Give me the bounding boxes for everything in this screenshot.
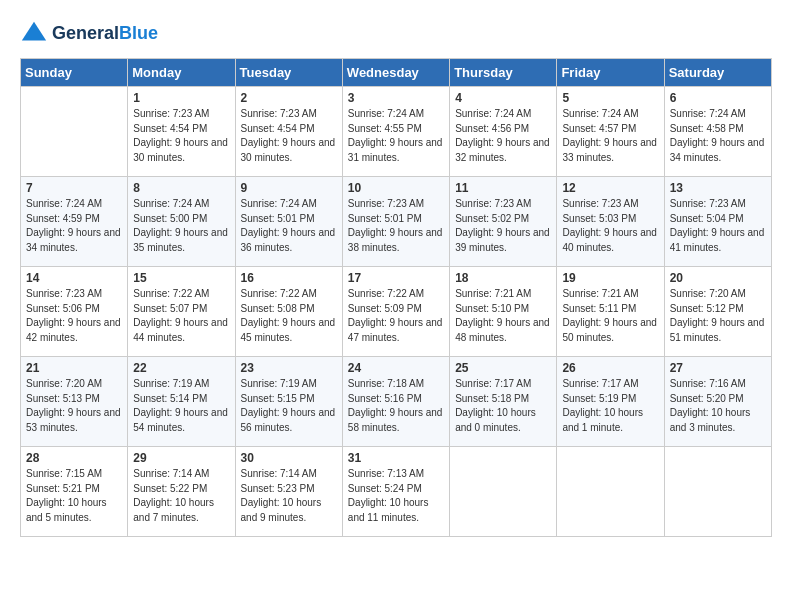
cell-info: Sunrise: 7:14 AMSunset: 5:22 PMDaylight:… xyxy=(133,467,229,525)
cell-info: Sunrise: 7:23 AMSunset: 5:03 PMDaylight:… xyxy=(562,197,658,255)
cell-info: Sunrise: 7:24 AMSunset: 4:55 PMDaylight:… xyxy=(348,107,444,165)
calendar-table: SundayMondayTuesdayWednesdayThursdayFrid… xyxy=(20,58,772,537)
cell-info: Sunrise: 7:23 AMSunset: 5:02 PMDaylight:… xyxy=(455,197,551,255)
cell-info: Sunrise: 7:19 AMSunset: 5:15 PMDaylight:… xyxy=(241,377,337,435)
calendar-cell: 6Sunrise: 7:24 AMSunset: 4:58 PMDaylight… xyxy=(664,87,771,177)
day-number: 2 xyxy=(241,91,337,105)
calendar-body: 1Sunrise: 7:23 AMSunset: 4:54 PMDaylight… xyxy=(21,87,772,537)
cell-info: Sunrise: 7:23 AMSunset: 4:54 PMDaylight:… xyxy=(241,107,337,165)
logo-icon xyxy=(20,20,48,48)
day-number: 12 xyxy=(562,181,658,195)
cell-info: Sunrise: 7:17 AMSunset: 5:19 PMDaylight:… xyxy=(562,377,658,435)
calendar-cell: 31Sunrise: 7:13 AMSunset: 5:24 PMDayligh… xyxy=(342,447,449,537)
calendar-cell: 11Sunrise: 7:23 AMSunset: 5:02 PMDayligh… xyxy=(450,177,557,267)
calendar-cell xyxy=(21,87,128,177)
day-number: 14 xyxy=(26,271,122,285)
calendar-cell: 13Sunrise: 7:23 AMSunset: 5:04 PMDayligh… xyxy=(664,177,771,267)
calendar-cell: 3Sunrise: 7:24 AMSunset: 4:55 PMDaylight… xyxy=(342,87,449,177)
day-number: 6 xyxy=(670,91,766,105)
calendar-cell: 27Sunrise: 7:16 AMSunset: 5:20 PMDayligh… xyxy=(664,357,771,447)
calendar-cell xyxy=(664,447,771,537)
day-number: 19 xyxy=(562,271,658,285)
calendar-cell: 24Sunrise: 7:18 AMSunset: 5:16 PMDayligh… xyxy=(342,357,449,447)
cell-info: Sunrise: 7:20 AMSunset: 5:12 PMDaylight:… xyxy=(670,287,766,345)
calendar-cell: 8Sunrise: 7:24 AMSunset: 5:00 PMDaylight… xyxy=(128,177,235,267)
calendar-cell: 1Sunrise: 7:23 AMSunset: 4:54 PMDaylight… xyxy=(128,87,235,177)
day-number: 27 xyxy=(670,361,766,375)
day-number: 31 xyxy=(348,451,444,465)
cell-info: Sunrise: 7:15 AMSunset: 5:21 PMDaylight:… xyxy=(26,467,122,525)
day-number: 23 xyxy=(241,361,337,375)
cell-info: Sunrise: 7:20 AMSunset: 5:13 PMDaylight:… xyxy=(26,377,122,435)
cell-info: Sunrise: 7:22 AMSunset: 5:08 PMDaylight:… xyxy=(241,287,337,345)
calendar-cell: 20Sunrise: 7:20 AMSunset: 5:12 PMDayligh… xyxy=(664,267,771,357)
cell-info: Sunrise: 7:19 AMSunset: 5:14 PMDaylight:… xyxy=(133,377,229,435)
calendar-cell: 19Sunrise: 7:21 AMSunset: 5:11 PMDayligh… xyxy=(557,267,664,357)
calendar-cell: 10Sunrise: 7:23 AMSunset: 5:01 PMDayligh… xyxy=(342,177,449,267)
calendar-cell: 25Sunrise: 7:17 AMSunset: 5:18 PMDayligh… xyxy=(450,357,557,447)
day-number: 9 xyxy=(241,181,337,195)
cell-info: Sunrise: 7:23 AMSunset: 5:01 PMDaylight:… xyxy=(348,197,444,255)
day-number: 28 xyxy=(26,451,122,465)
calendar-cell: 23Sunrise: 7:19 AMSunset: 5:15 PMDayligh… xyxy=(235,357,342,447)
calendar-cell: 14Sunrise: 7:23 AMSunset: 5:06 PMDayligh… xyxy=(21,267,128,357)
calendar-cell: 26Sunrise: 7:17 AMSunset: 5:19 PMDayligh… xyxy=(557,357,664,447)
col-header-tuesday: Tuesday xyxy=(235,59,342,87)
col-header-sunday: Sunday xyxy=(21,59,128,87)
calendar-cell xyxy=(450,447,557,537)
calendar-week-row: 1Sunrise: 7:23 AMSunset: 4:54 PMDaylight… xyxy=(21,87,772,177)
cell-info: Sunrise: 7:21 AMSunset: 5:10 PMDaylight:… xyxy=(455,287,551,345)
day-number: 13 xyxy=(670,181,766,195)
calendar-cell: 22Sunrise: 7:19 AMSunset: 5:14 PMDayligh… xyxy=(128,357,235,447)
cell-info: Sunrise: 7:22 AMSunset: 5:07 PMDaylight:… xyxy=(133,287,229,345)
calendar-cell: 18Sunrise: 7:21 AMSunset: 5:10 PMDayligh… xyxy=(450,267,557,357)
day-number: 7 xyxy=(26,181,122,195)
col-header-monday: Monday xyxy=(128,59,235,87)
col-header-wednesday: Wednesday xyxy=(342,59,449,87)
day-number: 3 xyxy=(348,91,444,105)
calendar-cell: 28Sunrise: 7:15 AMSunset: 5:21 PMDayligh… xyxy=(21,447,128,537)
day-number: 25 xyxy=(455,361,551,375)
cell-info: Sunrise: 7:13 AMSunset: 5:24 PMDaylight:… xyxy=(348,467,444,525)
calendar-cell xyxy=(557,447,664,537)
day-number: 24 xyxy=(348,361,444,375)
calendar-cell: 2Sunrise: 7:23 AMSunset: 4:54 PMDaylight… xyxy=(235,87,342,177)
calendar-cell: 16Sunrise: 7:22 AMSunset: 5:08 PMDayligh… xyxy=(235,267,342,357)
cell-info: Sunrise: 7:24 AMSunset: 4:59 PMDaylight:… xyxy=(26,197,122,255)
cell-info: Sunrise: 7:21 AMSunset: 5:11 PMDaylight:… xyxy=(562,287,658,345)
svg-marker-0 xyxy=(22,22,46,41)
day-number: 11 xyxy=(455,181,551,195)
cell-info: Sunrise: 7:16 AMSunset: 5:20 PMDaylight:… xyxy=(670,377,766,435)
calendar-header-row: SundayMondayTuesdayWednesdayThursdayFrid… xyxy=(21,59,772,87)
calendar-cell: 21Sunrise: 7:20 AMSunset: 5:13 PMDayligh… xyxy=(21,357,128,447)
col-header-thursday: Thursday xyxy=(450,59,557,87)
cell-info: Sunrise: 7:18 AMSunset: 5:16 PMDaylight:… xyxy=(348,377,444,435)
day-number: 26 xyxy=(562,361,658,375)
cell-info: Sunrise: 7:17 AMSunset: 5:18 PMDaylight:… xyxy=(455,377,551,435)
day-number: 16 xyxy=(241,271,337,285)
logo-text: GeneralBlue xyxy=(52,24,158,44)
cell-info: Sunrise: 7:24 AMSunset: 4:57 PMDaylight:… xyxy=(562,107,658,165)
cell-info: Sunrise: 7:23 AMSunset: 4:54 PMDaylight:… xyxy=(133,107,229,165)
cell-info: Sunrise: 7:14 AMSunset: 5:23 PMDaylight:… xyxy=(241,467,337,525)
day-number: 20 xyxy=(670,271,766,285)
cell-info: Sunrise: 7:24 AMSunset: 4:56 PMDaylight:… xyxy=(455,107,551,165)
calendar-cell: 7Sunrise: 7:24 AMSunset: 4:59 PMDaylight… xyxy=(21,177,128,267)
calendar-week-row: 14Sunrise: 7:23 AMSunset: 5:06 PMDayligh… xyxy=(21,267,772,357)
calendar-cell: 12Sunrise: 7:23 AMSunset: 5:03 PMDayligh… xyxy=(557,177,664,267)
cell-info: Sunrise: 7:24 AMSunset: 4:58 PMDaylight:… xyxy=(670,107,766,165)
day-number: 30 xyxy=(241,451,337,465)
col-header-saturday: Saturday xyxy=(664,59,771,87)
cell-info: Sunrise: 7:22 AMSunset: 5:09 PMDaylight:… xyxy=(348,287,444,345)
cell-info: Sunrise: 7:24 AMSunset: 5:00 PMDaylight:… xyxy=(133,197,229,255)
calendar-cell: 30Sunrise: 7:14 AMSunset: 5:23 PMDayligh… xyxy=(235,447,342,537)
day-number: 15 xyxy=(133,271,229,285)
logo: GeneralBlue xyxy=(20,20,158,48)
calendar-cell: 4Sunrise: 7:24 AMSunset: 4:56 PMDaylight… xyxy=(450,87,557,177)
cell-info: Sunrise: 7:23 AMSunset: 5:04 PMDaylight:… xyxy=(670,197,766,255)
calendar-week-row: 28Sunrise: 7:15 AMSunset: 5:21 PMDayligh… xyxy=(21,447,772,537)
day-number: 17 xyxy=(348,271,444,285)
calendar-cell: 9Sunrise: 7:24 AMSunset: 5:01 PMDaylight… xyxy=(235,177,342,267)
day-number: 8 xyxy=(133,181,229,195)
day-number: 10 xyxy=(348,181,444,195)
